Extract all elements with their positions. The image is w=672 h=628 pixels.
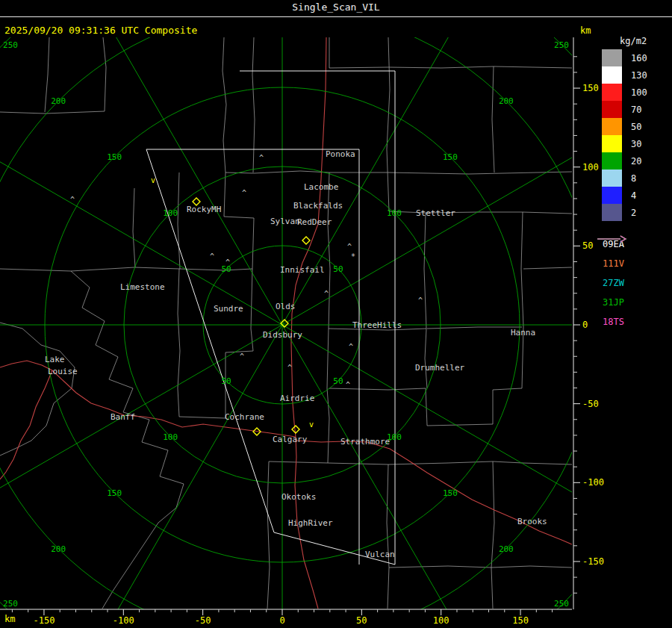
city-label: Cochrane (225, 412, 264, 422)
city-label: Sylvan (270, 217, 300, 226)
station-mark: v (309, 420, 314, 429)
city-label: RedDeer (297, 217, 332, 227)
city-label: Lacombe (304, 182, 338, 192)
range-ring-label: 250 (3, 599, 18, 609)
legend-value: 100 (631, 87, 647, 98)
city-label: Brooks (517, 517, 547, 526)
city-label: Okotoks (281, 492, 316, 502)
range-ring-label: 250 (554, 40, 569, 50)
legend-color-swatch (602, 204, 622, 221)
bottom-axis-label: 0 (279, 615, 284, 626)
legend-color-swatch (602, 135, 622, 152)
legend-color-swatch (602, 84, 622, 101)
right-axis-unit: km (580, 25, 591, 36)
range-ring-label: 200 (51, 544, 66, 554)
city-label: Innisfail (280, 265, 325, 275)
city-label: Strathmore (340, 437, 390, 447)
city-label: Banff (111, 412, 135, 422)
legend-value: 8 (631, 173, 636, 184)
range-ring-label: 50 (333, 264, 343, 274)
station-mark: ^ (347, 243, 352, 251)
legend-entry: 160 (602, 49, 647, 66)
radar-site-entry: 18TS (597, 312, 624, 332)
legend-value: 160 (631, 53, 647, 63)
station-mark: v (151, 176, 155, 184)
station-mark: ^ (225, 258, 230, 267)
station-mark: ^ (210, 252, 214, 261)
bottom-axis-label: 50 (356, 615, 367, 626)
range-ring-label: 100 (163, 432, 178, 442)
page-title: Single_Scan_VIL (0, 1, 672, 13)
legend-value: 20 (631, 156, 641, 167)
legend-color-swatch (602, 101, 622, 118)
radar-site-id: 111V (603, 258, 624, 269)
radar-display: 5050505010010010010015015015015020020020… (0, 0, 672, 628)
legend-value: 130 (631, 70, 647, 81)
station-mark: * (351, 252, 355, 261)
legend-value: 2 (631, 208, 636, 218)
station-mark: ^ (240, 352, 244, 361)
radar-application-window: 5050505010010010010015015015015020020020… (0, 0, 672, 628)
radar-site-id: 27ZW (603, 278, 624, 288)
legend-color-swatch (602, 118, 622, 135)
bottom-axis-label: 150 (512, 615, 529, 626)
legend-color-swatch (602, 187, 622, 204)
bottom-axis-label: -50 (195, 615, 211, 626)
radar-site-entry: 27ZW (597, 273, 624, 293)
station-mark: ^ (242, 189, 246, 197)
legend-entry: 30 (602, 135, 647, 152)
legend-entry: 8 (602, 170, 647, 187)
city-label: ThreeHills (352, 320, 402, 330)
right-axis-label: -150 (582, 556, 604, 567)
station-mark: ^ (324, 290, 329, 298)
right-axis-label: 100 (582, 162, 599, 172)
range-ring-label: 150 (107, 152, 122, 162)
city-label: Calgary (273, 435, 308, 444)
right-axis-label: -100 (582, 477, 604, 488)
legend-color-swatch (602, 66, 622, 84)
range-ring-label: 50 (333, 376, 343, 386)
legend-value: 4 (631, 190, 636, 201)
range-ring-label: 250 (3, 40, 18, 50)
city-label: Hanna (511, 328, 535, 338)
radar-site-entry: 111V (597, 254, 624, 273)
radar-site-legend: 09EA111V27ZW31JP18TS (597, 234, 624, 332)
legend-entry: 130 (602, 66, 647, 84)
legend-entry: 50 (602, 118, 647, 135)
range-ring-label: 200 (51, 96, 66, 106)
station-mark: ^ (259, 154, 264, 162)
city-label: Airdrie (280, 394, 314, 403)
city-label: Drumheller (415, 363, 465, 373)
station-mark: ^ (346, 381, 350, 389)
legend-value: 30 (631, 139, 641, 149)
right-axis-label: 150 (582, 83, 599, 93)
radar-site-arrow-icon (597, 234, 626, 243)
city-label: Stettler (416, 208, 455, 218)
city-label: Louise (48, 367, 78, 376)
city-label: Lake (45, 355, 65, 364)
range-ring-label: 150 (107, 488, 122, 498)
city-label: Sundre (214, 304, 243, 314)
legend-value: 50 (631, 122, 641, 132)
right-axis-label: -50 (582, 399, 599, 409)
radar-site-id: 31JP (603, 297, 624, 308)
legend-color-swatch (602, 152, 622, 170)
city-label: Olds (276, 302, 296, 311)
station-mark: ^ (70, 196, 75, 204)
radar-site-entry: 31JP (597, 293, 624, 312)
color-scale-legend: 16013010070503020842 (602, 49, 647, 221)
city-label: Didsbury (263, 330, 302, 340)
range-ring-label: 100 (387, 208, 402, 218)
city-label: Ponoka (326, 149, 355, 159)
legend-entry: 4 (602, 187, 647, 204)
range-ring-label: 200 (499, 544, 514, 554)
range-ring-label: 150 (443, 152, 458, 162)
range-ring-label: 50 (221, 376, 231, 386)
bottom-axis-label: 100 (433, 615, 449, 626)
right-axis-label: 50 (582, 240, 593, 251)
range-ring-label: 150 (443, 488, 458, 498)
bottom-axis-unit: km (4, 614, 15, 624)
city-label: Vulcan (365, 550, 395, 559)
map-canvas[interactable]: 5050505010010010010015015015015020020020… (0, 0, 672, 628)
range-ring-label: 250 (554, 599, 569, 609)
